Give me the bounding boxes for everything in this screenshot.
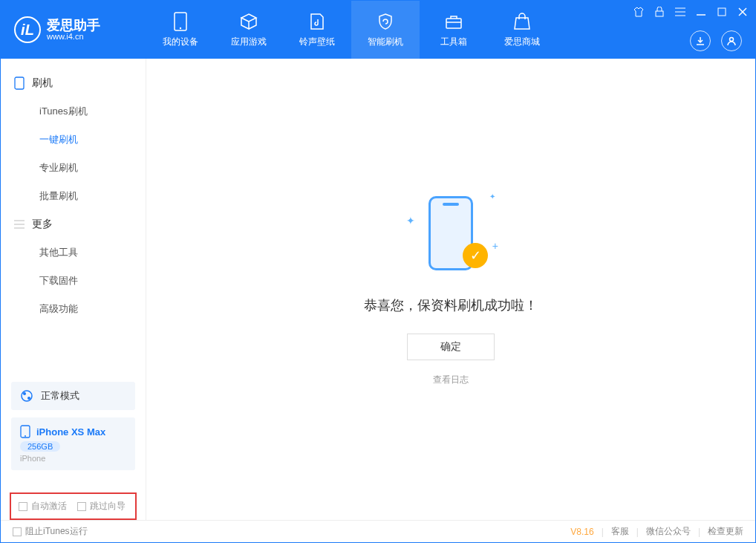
nav-toolbox[interactable]: 工具箱 <box>420 1 488 59</box>
sparkle-icon: + <box>492 240 498 252</box>
success-message: 恭喜您，保资料刷机成功啦！ <box>364 296 538 314</box>
music-file-icon <box>307 12 327 31</box>
sidebar: 刷机 iTunes刷机 一键刷机 专业刷机 批量刷机 更多 其他工具 下载固件 … <box>1 59 146 520</box>
checkbox-block-itunes[interactable]: 阻止iTunes运行 <box>13 525 88 538</box>
close-button[interactable] <box>737 7 748 17</box>
checkbox-skip-guide[interactable]: 跳过向导 <box>77 500 126 513</box>
device-icon <box>20 425 30 438</box>
sidebar-item-advanced[interactable]: 高级功能 <box>1 295 146 323</box>
svg-point-19 <box>27 397 30 400</box>
sidebar-item-batch-flash[interactable]: 批量刷机 <box>1 182 146 210</box>
view-log-link[interactable]: 查看日志 <box>433 374 469 386</box>
minimize-button[interactable] <box>696 7 706 17</box>
mode-card[interactable]: 正常模式 <box>11 382 135 410</box>
sidebar-item-itunes-flash[interactable]: iTunes刷机 <box>1 97 146 126</box>
footer-support-link[interactable]: 客服 <box>611 525 629 538</box>
app-subtitle: www.i4.cn <box>47 32 100 41</box>
nav-apps-games[interactable]: 应用游戏 <box>215 1 283 59</box>
footer-update-link[interactable]: 检查更新 <box>708 525 743 538</box>
svg-point-21 <box>25 435 26 437</box>
nav: 我的设备 应用游戏 铃声壁纸 智能刷机 工具箱 爱思商城 <box>146 1 556 59</box>
maximize-button[interactable] <box>717 7 727 17</box>
mode-icon <box>20 389 33 403</box>
checkbox-auto-activate[interactable]: 自动激活 <box>19 500 67 513</box>
svg-point-1 <box>180 27 181 28</box>
nav-smart-flash[interactable]: 智能刷机 <box>351 1 420 59</box>
ok-button[interactable]: 确定 <box>407 334 495 360</box>
header: iL 爱思助手 www.i4.cn 我的设备 应用游戏 铃声壁纸 智能刷机 工具… <box>1 1 755 59</box>
toolbox-icon <box>444 12 463 31</box>
phone-outline-icon <box>14 77 25 90</box>
version-label: V8.16 <box>570 527 593 537</box>
menu-icon[interactable] <box>675 7 685 17</box>
cube-icon <box>239 12 258 31</box>
device-storage-badge: 256GB <box>20 441 60 452</box>
svg-rect-4 <box>656 11 663 16</box>
sidebar-group-flash: 刷机 <box>1 69 146 97</box>
device-card[interactable]: iPhone XS Max 256GB iPhone <box>11 417 135 470</box>
tshirt-icon[interactable] <box>633 7 644 17</box>
svg-rect-2 <box>446 19 461 28</box>
list-icon <box>14 220 25 229</box>
mode-label: 正常模式 <box>41 389 79 403</box>
footer-wechat-link[interactable]: 微信公众号 <box>646 525 691 538</box>
svg-point-17 <box>22 391 32 401</box>
nav-ringtones[interactable]: 铃声壁纸 <box>283 1 351 59</box>
lock-icon[interactable] <box>654 7 665 17</box>
download-button[interactable] <box>690 30 711 51</box>
sidebar-item-other-tools[interactable]: 其他工具 <box>1 238 146 267</box>
nav-store[interactable]: 爱思商城 <box>488 1 556 59</box>
device-name: iPhone XS Max <box>36 426 105 438</box>
nav-my-device[interactable]: 我的设备 <box>146 1 215 59</box>
svg-rect-9 <box>718 8 726 16</box>
svg-rect-13 <box>15 77 24 89</box>
main-content: ✦ ✦ + ✓ 恭喜您，保资料刷机成功啦！ 确定 查看日志 <box>146 59 755 520</box>
success-illustration: ✦ ✦ + ✓ <box>406 192 495 282</box>
bag-icon <box>512 12 532 31</box>
phone-icon <box>171 12 190 31</box>
highlighted-options: 自动激活 跳过向导 <box>10 492 137 520</box>
app-title: 爱思助手 <box>47 19 100 32</box>
shield-refresh-icon <box>376 12 395 31</box>
sidebar-item-pro-flash[interactable]: 专业刷机 <box>1 154 146 182</box>
header-right-actions <box>690 30 742 51</box>
logo-icon: iL <box>14 16 41 43</box>
svg-point-18 <box>23 392 26 395</box>
logo[interactable]: iL 爱思助手 www.i4.cn <box>1 16 146 43</box>
sparkle-icon: ✦ <box>489 192 495 201</box>
footer: 阻止iTunes运行 V8.16 | 客服 | 微信公众号 | 检查更新 <box>1 520 755 542</box>
check-badge-icon: ✓ <box>463 243 488 268</box>
titlebar-controls <box>633 7 748 17</box>
sparkle-icon: ✦ <box>406 215 415 227</box>
user-button[interactable] <box>721 30 742 51</box>
sidebar-group-more: 更多 <box>1 210 146 238</box>
sidebar-item-oneclick-flash[interactable]: 一键刷机 <box>1 126 146 154</box>
device-type: iPhone <box>20 454 126 463</box>
svg-point-12 <box>730 38 734 42</box>
sidebar-item-download-firmware[interactable]: 下载固件 <box>1 267 146 295</box>
